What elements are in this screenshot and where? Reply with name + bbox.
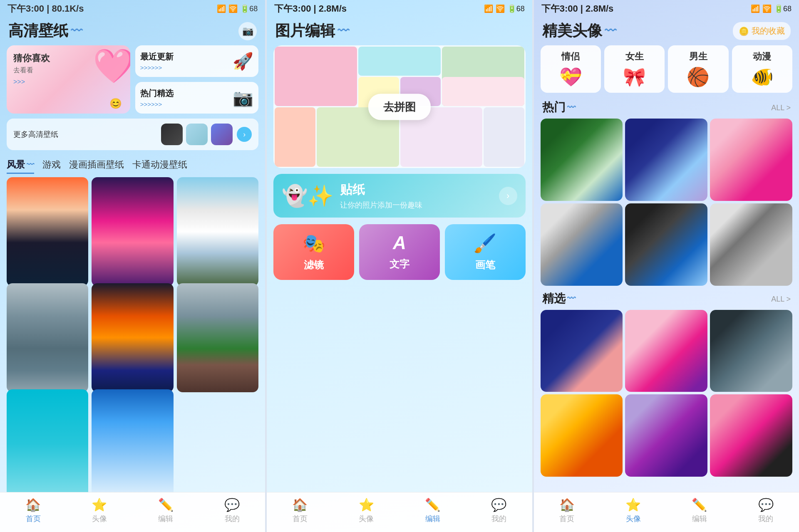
selected-all-button[interactable]: ALL > xyxy=(771,293,791,304)
selected-avatar-2[interactable] xyxy=(625,310,707,392)
selected-avatar-1[interactable] xyxy=(541,310,623,392)
wallpaper-grid xyxy=(0,177,265,492)
collage-button[interactable]: 去拼图 xyxy=(368,94,431,120)
panel-wallpaper: 下午3:00 | 80.1K/s 📶 🛜 🔋68 高清壁纸 〰 📷 猜你喜欢 去… xyxy=(0,0,265,532)
nav-home-label-2: 首页 xyxy=(293,514,308,524)
text-icon: A xyxy=(393,233,406,253)
girl-icon: 🎀 xyxy=(623,66,646,88)
collage-container[interactable]: 去拼图 xyxy=(273,45,525,168)
avatar-categories: 情侣 💝 女生 🎀 男生 🏀 动漫 🐠 xyxy=(534,45,799,98)
wallpaper-item-8[interactable] xyxy=(92,389,173,492)
bottom-nav-3: 🏠 首页 ⭐ 头像 ✏️ 编辑 💬 我的 xyxy=(534,492,799,532)
nav-avatar-2[interactable]: ⭐ 头像 xyxy=(350,497,383,524)
sticker-arrow[interactable]: › xyxy=(499,187,517,205)
selected-avatar-6[interactable] xyxy=(710,394,792,477)
wallpaper-item-5[interactable] xyxy=(92,283,173,392)
edit-icon-3: ✏️ xyxy=(692,497,707,512)
hot-avatar-grid xyxy=(534,119,799,289)
nav-mine-3[interactable]: 💬 我的 xyxy=(749,497,782,524)
wallpaper-item-1[interactable] xyxy=(7,177,88,286)
cat-scenery[interactable]: 风景〰 xyxy=(7,158,34,174)
guess-arrows: >>> xyxy=(13,78,124,86)
emoji-deco1: 😊 xyxy=(109,98,122,109)
title-wave-2: 〰 xyxy=(337,24,349,38)
feature-cards: 猜你喜欢 去看看 >>> 🩷 😊 最近更新 >>>>>> 🚀 热门精选 >>>>… xyxy=(0,45,265,150)
cat-anime[interactable]: 卡通动漫壁纸 xyxy=(132,158,187,174)
wallpaper-item-3[interactable] xyxy=(177,177,258,286)
more-wallpapers-card[interactable]: 更多高清壁纸 › xyxy=(7,119,258,150)
hot-card-text: 热门精选 >>>>>> xyxy=(140,88,229,108)
nav-edit-label-3: 编辑 xyxy=(692,514,707,524)
sticker-banner[interactable]: 👻✨ 贴纸 让你的照片添加一份趣味 › xyxy=(273,174,525,218)
selected-avatar-4[interactable] xyxy=(541,394,623,477)
thumb-2 xyxy=(186,124,208,145)
hot-avatar-6[interactable] xyxy=(710,203,792,286)
hot-avatar-1[interactable] xyxy=(541,119,623,201)
hot-section-header: 热门 〰 ALL > xyxy=(534,98,799,119)
panel3-title: 精美头像 〰 xyxy=(542,21,616,41)
text-button[interactable]: A 文字 xyxy=(359,224,440,280)
selected-avatar-3[interactable] xyxy=(710,310,792,392)
nav-mine-2[interactable]: 💬 我的 xyxy=(482,497,516,524)
thumb-1 xyxy=(161,124,183,145)
camera-button[interactable]: 📷 xyxy=(238,22,257,40)
brush-button[interactable]: 🖌️ 画笔 xyxy=(445,224,526,280)
hot-avatar-4[interactable] xyxy=(541,203,623,286)
nav-home-1[interactable]: 🏠 首页 xyxy=(17,497,50,524)
nav-edit-2[interactable]: ✏️ 编辑 xyxy=(416,497,449,524)
cat-girl[interactable]: 女生 🎀 xyxy=(604,45,665,93)
cat-boy[interactable]: 男生 🏀 xyxy=(668,45,728,93)
nav-mine-label-3: 我的 xyxy=(758,514,773,524)
favorites-button[interactable]: 🪙 我的收藏 xyxy=(733,22,791,40)
status-icons-1: 📶 🛜 🔋68 xyxy=(217,4,258,13)
nav-avatar-1[interactable]: ⭐ 头像 xyxy=(83,497,116,524)
cat-game[interactable]: 游戏 xyxy=(42,158,61,174)
hot-avatar-5[interactable] xyxy=(625,203,707,286)
panel1-header: 高清壁纸 〰 📷 xyxy=(0,17,265,45)
update-card[interactable]: 最近更新 >>>>>> 🚀 xyxy=(135,45,259,77)
wallpaper-item-7[interactable] xyxy=(7,389,88,492)
brush-icon: 🖌️ xyxy=(474,233,496,254)
nav-mine-1[interactable]: 💬 我的 xyxy=(216,497,249,524)
mine-icon-3: 💬 xyxy=(758,497,774,512)
hot-avatar-2[interactable] xyxy=(625,119,707,201)
hot-card[interactable]: 热门精选 >>>>>> 📷 xyxy=(135,82,259,114)
bottom-nav-1: 🏠 首页 ⭐ 头像 ✏️ 编辑 💬 我的 xyxy=(0,492,265,532)
avatar-icon-2: ⭐ xyxy=(359,497,374,512)
collage-cell-2 xyxy=(358,47,441,76)
nav-avatar-label-1: 头像 xyxy=(92,514,107,524)
coin-icon: 🪙 xyxy=(739,26,749,36)
cat-anime[interactable]: 动漫 🐠 xyxy=(732,45,792,93)
nav-home-3[interactable]: 🏠 首页 xyxy=(550,497,583,524)
cat-couple[interactable]: 情侣 💝 xyxy=(541,45,601,93)
nav-edit-3[interactable]: ✏️ 编辑 xyxy=(683,497,716,524)
home-icon-3: 🏠 xyxy=(559,497,575,512)
nav-mine-label-2: 我的 xyxy=(491,514,506,524)
guess-card[interactable]: 猜你喜欢 去看看 >>> 🩷 😊 xyxy=(7,45,130,114)
time-2: 下午3:00 | 2.8M/s xyxy=(274,2,347,15)
anime-icon: 🐠 xyxy=(751,66,774,88)
camera-deco: 📷 xyxy=(233,88,253,108)
wallpaper-item-6[interactable] xyxy=(177,283,258,392)
guess-card-sub: 去看看 xyxy=(13,66,124,75)
selected-avatar-5[interactable] xyxy=(625,394,707,477)
status-bar-2: 下午3:00 | 2.8M/s 📶 🛜 🔋68 xyxy=(267,0,532,17)
selected-title: 精选 〰 xyxy=(542,291,576,307)
hot-avatar-3[interactable] xyxy=(710,119,792,201)
nav-home-label-3: 首页 xyxy=(559,514,574,524)
more-arrow-btn[interactable]: › xyxy=(237,127,252,142)
filter-button[interactable]: 🎭 滤镜 xyxy=(273,224,354,280)
nav-edit-1[interactable]: ✏️ 编辑 xyxy=(149,497,182,524)
guess-card-title: 猜你喜欢 xyxy=(13,52,124,64)
status-bar-3: 下午3:00 | 2.8M/s 📶 🛜 🔋68 xyxy=(534,0,799,17)
wallpaper-item-4[interactable] xyxy=(7,283,88,392)
wallpaper-item-2[interactable] xyxy=(92,177,173,286)
boy-icon: 🏀 xyxy=(687,66,710,88)
selected-section-header: 精选 〰 ALL > xyxy=(534,289,799,310)
sticker-text: 贴纸 让你的照片添加一份趣味 xyxy=(340,181,492,210)
hot-all-button[interactable]: ALL > xyxy=(771,102,791,113)
nav-avatar-3[interactable]: ⭐ 头像 xyxy=(617,497,650,524)
nav-home-2[interactable]: 🏠 首页 xyxy=(283,497,317,524)
cat-comic[interactable]: 漫画插画壁纸 xyxy=(69,158,124,174)
hot-wave: 〰 xyxy=(567,103,576,112)
